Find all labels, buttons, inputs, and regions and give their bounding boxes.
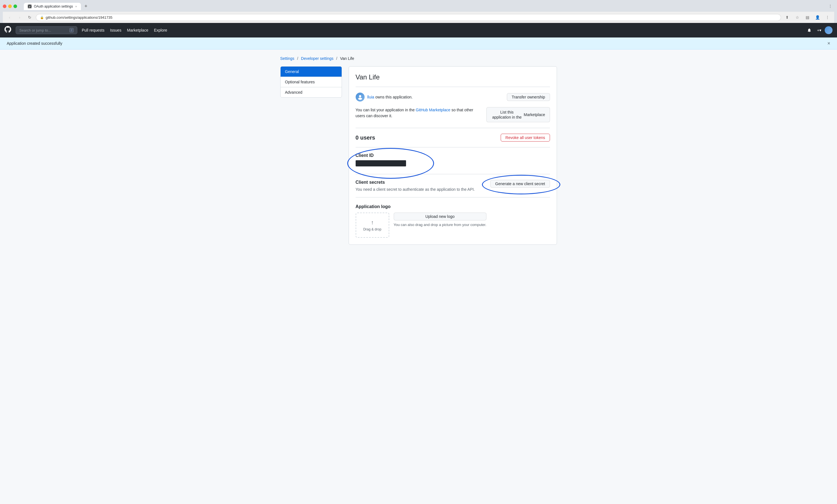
nav-icons-right: ⬆ ☆ ▤ 👤 ⋮ bbox=[783, 14, 832, 21]
sidebar-item-general[interactable]: General bbox=[281, 67, 342, 77]
users-row: 0 users Revoke all user tokens bbox=[356, 134, 550, 142]
drag-drop-label: Drag & drop bbox=[363, 227, 381, 231]
close-window-button[interactable] bbox=[3, 4, 6, 8]
tab-favicon bbox=[28, 4, 32, 8]
marketplace-row: You can list your application in the Git… bbox=[356, 107, 550, 122]
logo-section-title: Application logo bbox=[356, 204, 550, 209]
browser-menu-icon[interactable]: ⋮ bbox=[826, 2, 834, 10]
flash-close-button[interactable]: × bbox=[827, 41, 830, 46]
header-right: +▾ bbox=[805, 26, 833, 35]
browser-overflow-icon[interactable]: ⋮ bbox=[823, 14, 832, 21]
upload-arrow-icon: ↑ bbox=[371, 219, 374, 226]
search-placeholder: Search or jump to... bbox=[19, 28, 51, 33]
profile-icon[interactable]: 👤 bbox=[814, 14, 821, 21]
owner-owns-text: owns this application. bbox=[375, 95, 412, 99]
divider-3 bbox=[356, 147, 550, 147]
client-id-section: Client ID bbox=[356, 153, 550, 167]
forward-button[interactable]: › bbox=[16, 14, 23, 21]
client-secrets-title: Client secrets bbox=[356, 180, 486, 185]
nav-explore[interactable]: Explore bbox=[154, 28, 167, 33]
content-panel: Van Life lluia owns this application. Tr… bbox=[349, 66, 557, 245]
main-container: Settings / Developer settings / Van Life… bbox=[276, 50, 562, 251]
marketplace-text: You can list your application in the Git… bbox=[356, 107, 482, 119]
flash-notice: Application created successfully × bbox=[0, 37, 837, 50]
logo-hint-text: You can also drag and drop a picture fro… bbox=[394, 223, 486, 227]
settings-layout: General Optional features Advanced Van L… bbox=[280, 66, 557, 245]
logo-actions: Upload new logo You can also drag and dr… bbox=[394, 212, 486, 227]
sidebar-item-advanced[interactable]: Advanced bbox=[281, 87, 342, 97]
user-avatar[interactable] bbox=[825, 26, 833, 34]
sidebar-item-optional-features[interactable]: Optional features bbox=[281, 77, 342, 87]
breadcrumb-settings[interactable]: Settings bbox=[280, 56, 295, 61]
github-header: Search or jump to... / Pull requests Iss… bbox=[0, 23, 837, 37]
minimize-window-button[interactable] bbox=[8, 4, 12, 8]
generate-button-wrapper: Generate a new client secret bbox=[490, 180, 550, 188]
client-secrets-row: Client secrets You need a client secret … bbox=[356, 180, 550, 191]
sidebar-icon[interactable]: ▤ bbox=[803, 14, 811, 21]
nav-marketplace[interactable]: Marketplace bbox=[127, 28, 148, 33]
browser-chrome: OAuth application settings × + ⋮ ‹ › ↻ 🔒… bbox=[0, 0, 837, 23]
nav-issues[interactable]: Issues bbox=[110, 28, 121, 33]
notifications-icon[interactable] bbox=[805, 26, 814, 35]
svg-point-0 bbox=[359, 95, 361, 97]
divider-1 bbox=[356, 87, 550, 87]
client-secrets-desc: You need a client secret to authenticate… bbox=[356, 187, 486, 191]
sidebar: General Optional features Advanced bbox=[280, 66, 342, 98]
flash-message: Application created successfully bbox=[7, 41, 62, 45]
github-logo[interactable] bbox=[4, 26, 11, 34]
url-text: github.com/settings/applications/1941735 bbox=[46, 15, 112, 20]
owner-text: lluia owns this application. bbox=[368, 95, 413, 99]
browser-top-bar: OAuth application settings × + ⋮ bbox=[3, 2, 834, 10]
tab-close-button[interactable]: × bbox=[75, 5, 77, 8]
back-button[interactable]: ‹ bbox=[5, 14, 14, 21]
address-bar[interactable]: 🔒 github.com/settings/applications/19417… bbox=[36, 14, 781, 21]
list-in-marketplace-button[interactable]: List this application in the Marketplace bbox=[486, 107, 550, 122]
github-nav: Pull requests Issues Marketplace Explore bbox=[82, 28, 800, 33]
client-id-label: Client ID bbox=[356, 153, 550, 158]
breadcrumb-current: Van Life bbox=[340, 56, 354, 61]
owner-row: lluia owns this application. Transfer ow… bbox=[356, 93, 550, 101]
generate-secret-button[interactable]: Generate a new client secret bbox=[490, 180, 550, 188]
maximize-window-button[interactable] bbox=[14, 4, 17, 8]
breadcrumb-developer-settings[interactable]: Developer settings bbox=[301, 56, 334, 61]
users-count: 0 users bbox=[356, 134, 375, 141]
browser-nav-bar: ‹ › ↻ 🔒 github.com/settings/applications… bbox=[3, 12, 834, 23]
breadcrumb-sep-1: / bbox=[297, 56, 298, 61]
breadcrumb: Settings / Developer settings / Van Life bbox=[280, 56, 557, 61]
transfer-ownership-button[interactable]: Transfer ownership bbox=[507, 93, 550, 101]
lock-icon: 🔒 bbox=[40, 16, 44, 19]
svg-point-1 bbox=[358, 98, 362, 100]
traffic-lights bbox=[3, 4, 17, 8]
revoke-all-tokens-button[interactable]: Revoke all user tokens bbox=[501, 134, 550, 142]
tab-title: OAuth application settings bbox=[34, 4, 73, 8]
owner-info: lluia owns this application. bbox=[356, 93, 413, 101]
active-tab[interactable]: OAuth application settings × bbox=[24, 3, 81, 10]
create-new-button[interactable]: +▾ bbox=[817, 28, 821, 33]
owner-name-link[interactable]: lluia bbox=[368, 95, 374, 99]
breadcrumb-sep-2: / bbox=[336, 56, 337, 61]
page-title: Van Life bbox=[356, 73, 550, 81]
search-box[interactable]: Search or jump to... / bbox=[16, 26, 77, 34]
bookmark-icon[interactable]: ☆ bbox=[793, 14, 801, 21]
upload-new-logo-button[interactable]: Upload new logo bbox=[394, 212, 486, 220]
secrets-info: Client secrets You need a client secret … bbox=[356, 180, 486, 191]
search-slash: / bbox=[69, 28, 74, 33]
marketplace-text-pre: You can list your application in the bbox=[356, 108, 416, 112]
github-marketplace-link[interactable]: GitHub Marketplace bbox=[416, 108, 450, 112]
logo-upload-row: ↑ Drag & drop Upload new logo You can al… bbox=[356, 212, 550, 238]
sidebar-nav: General Optional features Advanced bbox=[280, 66, 342, 98]
nav-pull-requests[interactable]: Pull requests bbox=[82, 28, 104, 33]
owner-avatar bbox=[356, 93, 364, 101]
divider-5 bbox=[356, 197, 550, 198]
new-tab-button[interactable]: + bbox=[82, 2, 90, 10]
share-icon[interactable]: ⬆ bbox=[783, 14, 791, 21]
client-id-value bbox=[356, 160, 406, 166]
logo-drop-zone[interactable]: ↑ Drag & drop bbox=[356, 212, 389, 238]
refresh-button[interactable]: ↻ bbox=[26, 14, 34, 21]
logo-section: Application logo ↑ Drag & drop Upload ne… bbox=[356, 204, 550, 238]
tab-bar: OAuth application settings × + bbox=[24, 2, 824, 10]
